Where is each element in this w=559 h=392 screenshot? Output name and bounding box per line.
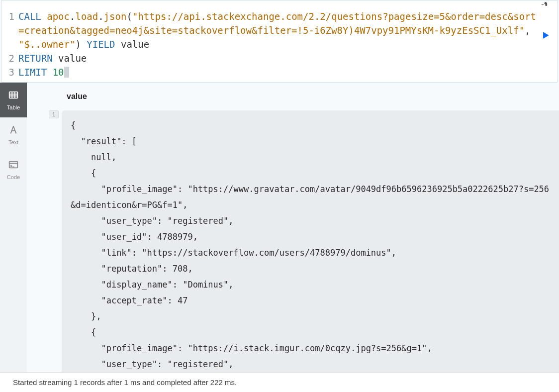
sidebar-tab-label: Table bbox=[7, 104, 20, 110]
editor-content[interactable]: CALL apoc.load.json("https://api.stackex… bbox=[18, 9, 558, 82]
view-sidebar: Table Text Code bbox=[0, 83, 27, 372]
line-number: 1 bbox=[5, 9, 14, 51]
fn-json: json bbox=[104, 11, 127, 22]
sidebar-tab-label: Code bbox=[7, 174, 20, 180]
number-limit: 10 bbox=[53, 67, 64, 78]
results-body: 1 { "result": [ null, { "profile_image":… bbox=[27, 110, 559, 372]
table-icon bbox=[8, 90, 19, 102]
string-path: "$..owner" bbox=[18, 39, 75, 50]
sidebar-tab-text[interactable]: Text bbox=[0, 117, 27, 152]
line-number: 3 bbox=[5, 65, 14, 79]
results-panel: value 1 { "result": [ null, { "profile_i… bbox=[27, 83, 559, 372]
app-frame: 1 2 3 CALL apoc.load.json("https://api.s… bbox=[0, 0, 559, 392]
keyword-limit: LIMIT bbox=[18, 67, 47, 78]
status-bar: Started streaming 1 records after 1 ms a… bbox=[0, 372, 559, 392]
sidebar-tab-label: Text bbox=[8, 139, 18, 145]
query-editor[interactable]: 1 2 3 CALL apoc.load.json("https://api.s… bbox=[1, 9, 558, 82]
results-area: Table Text Code value 1 bbox=[0, 83, 559, 372]
svg-line-0 bbox=[542, 3, 544, 5]
sidebar-tab-code[interactable]: Code bbox=[0, 152, 27, 187]
result-json-cell[interactable]: { "result": [ null, { "profile_image": "… bbox=[62, 110, 559, 372]
keyword-yield: YIELD bbox=[87, 39, 115, 50]
sidebar-tab-table[interactable]: Table bbox=[0, 83, 27, 117]
ident-value: value bbox=[58, 53, 87, 64]
line-gutter: 1 2 3 bbox=[1, 9, 18, 82]
status-text: Started streaming 1 records after 1 ms a… bbox=[13, 378, 237, 387]
svg-rect-1 bbox=[9, 92, 18, 98]
cursor bbox=[64, 67, 69, 78]
fn-apoc: apoc bbox=[47, 11, 70, 22]
query-editor-panel: 1 2 3 CALL apoc.load.json("https://api.s… bbox=[1, 0, 558, 83]
line-number: 2 bbox=[5, 51, 14, 65]
ident-value: value bbox=[121, 39, 149, 50]
results-header: value bbox=[27, 83, 559, 110]
run-button[interactable] bbox=[541, 30, 551, 42]
row-number-badge: 1 bbox=[49, 110, 59, 118]
keyword-return: RETURN bbox=[18, 53, 53, 64]
code-icon bbox=[8, 159, 19, 172]
text-icon bbox=[8, 124, 19, 137]
row-gutter: 1 bbox=[27, 110, 62, 372]
editor-toolbar bbox=[1, 0, 558, 9]
comma: , bbox=[525, 25, 536, 36]
keyword-call: CALL bbox=[18, 11, 41, 22]
fn-load: load bbox=[75, 11, 98, 22]
column-header-value: value bbox=[67, 92, 87, 101]
